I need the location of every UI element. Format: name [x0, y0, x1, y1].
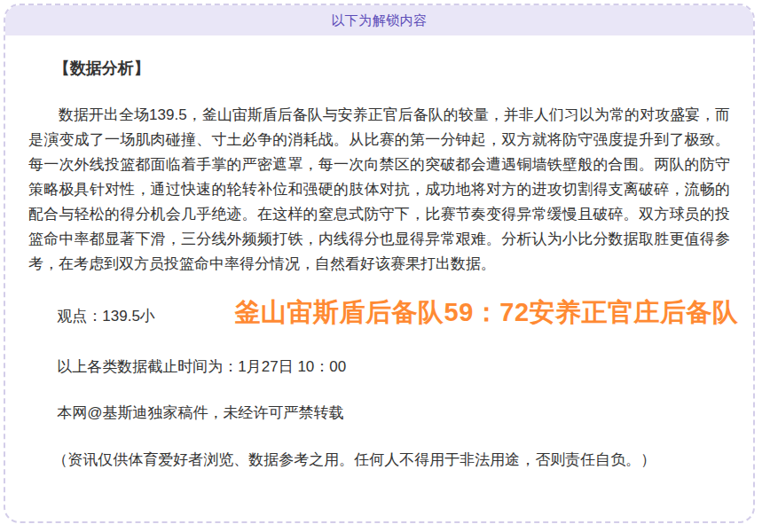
copyright-line: 本网@基斯迪独家稿件，未经许可严禁转载	[28, 401, 730, 426]
data-deadline-line: 以上各类数据截止时间为：1月27日 10：00	[28, 355, 730, 379]
score-prediction: 釜山宙斯盾后备队59：72安养正官庄后备队	[235, 298, 739, 326]
analysis-paragraph: 数据开出全场139.5，釜山宙斯盾后备队与安养正官后备队的较量，并非人们习以为常…	[28, 103, 730, 277]
article-content: 【数据分析】 数据开出全场139.5，釜山宙斯盾后备队与安养正官后备队的较量，并…	[5, 57, 753, 473]
unlocked-content-card: 以下为解锁内容 【数据分析】 数据开出全场139.5，釜山宙斯盾后备队与安养正官…	[4, 4, 755, 523]
page: 以下为解锁内容 【数据分析】 数据开出全场139.5，釜山宙斯盾后备队与安养正官…	[0, 0, 762, 532]
unlock-banner: 以下为解锁内容	[5, 5, 753, 35]
viewpoint-row: 观点：139.5小 釜山宙斯盾后备队59：72安养正官庄后备队	[28, 295, 730, 333]
viewpoint-label: 观点：139.5小	[57, 308, 155, 325]
disclaimer-line: （资讯仅供体育爱好者浏览、数据参考之用。任何人不得用于非法用途，否则责任自负。）	[28, 448, 730, 473]
section-title: 【数据分析】	[28, 57, 730, 80]
